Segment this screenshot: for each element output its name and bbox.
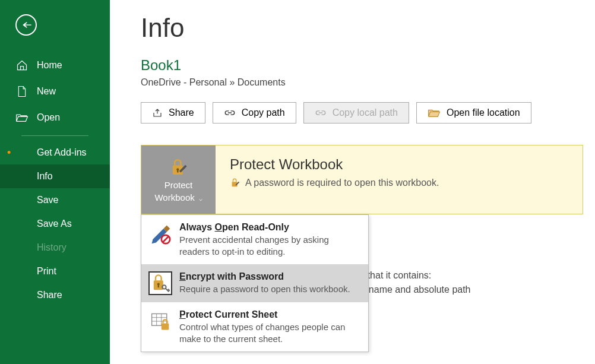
partially-hidden-text: re that it contains: r's name and absolu… — [356, 268, 471, 297]
protect-status-text: A password is required to open this work… — [245, 178, 439, 188]
link-icon — [224, 109, 236, 117]
sidebar-divider — [21, 135, 88, 136]
sidebar-label: Open — [37, 112, 60, 123]
sidebar-item-save-as[interactable]: Save As — [0, 212, 110, 236]
copy-local-path-button: Copy local path — [303, 102, 409, 124]
button-label: Share — [169, 107, 194, 118]
back-arrow-stem-icon — [23, 21, 32, 29]
dd-title: Protect Current Sheet — [179, 309, 361, 320]
protect-heading: Protect Workbook — [230, 156, 439, 173]
protect-workbook-button[interactable]: Protect Workbook ⌵ — [141, 145, 216, 214]
dd-desc: Prevent accidental changes by asking rea… — [179, 234, 361, 257]
backstage-sidebar: Home New Open Get Add-ins Info Save Save… — [0, 0, 110, 364]
protect-text-area: Protect Workbook A password is required … — [216, 145, 453, 214]
dd-desc: Require a password to open this workbook… — [179, 283, 350, 295]
sidebar-label: New — [37, 86, 56, 97]
svg-rect-10 — [162, 324, 169, 330]
sidebar-item-home[interactable]: Home — [0, 52, 110, 78]
open-file-location-button[interactable]: Open file location — [416, 102, 531, 124]
button-label: Open file location — [447, 107, 520, 118]
copy-path-button[interactable]: Copy path — [213, 102, 296, 124]
dropdown-item-protect-sheet[interactable]: Protect Current Sheet Control what types… — [141, 302, 368, 352]
svg-rect-7 — [158, 284, 159, 287]
sidebar-label: Info — [37, 171, 53, 182]
button-label: Copy path — [242, 107, 285, 118]
protect-workbook-card: Protect Workbook ⌵ Protect Workbook A pa… — [141, 145, 583, 214]
sidebar-item-share[interactable]: Share — [0, 283, 110, 307]
new-file-icon — [15, 86, 29, 97]
lock-key-icon — [169, 157, 189, 178]
dd-title: Always Open Read-Only — [179, 222, 361, 233]
document-title: Book1 — [141, 57, 576, 74]
pencil-no-icon — [148, 222, 172, 246]
open-folder-icon — [15, 112, 29, 123]
sidebar-item-info[interactable]: Info — [0, 164, 110, 188]
home-icon — [15, 59, 29, 71]
sidebar-label: Print — [37, 266, 56, 277]
dropdown-item-open-readonly[interactable]: Always Open Read-Only Prevent accidental… — [141, 215, 368, 264]
svg-point-8 — [162, 285, 166, 289]
sidebar-label: History — [37, 242, 67, 253]
sheet-lock-icon — [148, 309, 172, 333]
sidebar-label: Save — [37, 195, 58, 205]
protect-section: Protect Workbook ⌵ Protect Workbook A pa… — [141, 145, 576, 214]
sidebar-item-save[interactable]: Save — [0, 188, 110, 212]
sidebar-item-print[interactable]: Print — [0, 259, 110, 283]
sidebar-label: Save As — [37, 219, 72, 229]
chevron-down-icon: ⌵ — [197, 195, 202, 202]
sidebar-item-open[interactable]: Open — [0, 105, 110, 131]
lock-key-icon — [148, 271, 172, 295]
main-content: Info Book1 OneDrive - Personal » Documen… — [110, 0, 595, 364]
sidebar-item-get-addins[interactable]: Get Add-ins — [0, 141, 110, 164]
sidebar-label: Get Add-ins — [37, 147, 87, 158]
dd-title: Encrypt with Password — [179, 271, 350, 282]
sidebar-item-new[interactable]: New — [0, 78, 110, 105]
breadcrumb: OneDrive - Personal » Documents — [141, 77, 576, 88]
share-icon — [152, 107, 163, 118]
link-icon — [315, 109, 327, 117]
folder-open-icon — [428, 108, 441, 118]
dd-desc: Control what types of changes people can… — [179, 321, 361, 344]
protect-dropdown: Always Open Read-Only Prevent accidental… — [141, 214, 369, 352]
action-row: Share Copy path Copy local path Open fil… — [141, 102, 576, 124]
back-button[interactable] — [15, 14, 37, 36]
protect-btn-label-2: Workbook — [154, 192, 194, 202]
sidebar-item-history: History — [0, 236, 110, 259]
protect-btn-label-1: Protect — [164, 180, 193, 190]
sidebar-label: Share — [37, 290, 62, 300]
button-label: Copy local path — [333, 107, 398, 118]
dropdown-item-encrypt-password[interactable]: Encrypt with Password Require a password… — [141, 264, 368, 302]
svg-rect-2 — [177, 170, 179, 172]
lock-small-icon — [230, 178, 240, 188]
page-title: Info — [141, 13, 576, 43]
share-button[interactable]: Share — [141, 102, 205, 124]
sidebar-label: Home — [37, 60, 62, 71]
